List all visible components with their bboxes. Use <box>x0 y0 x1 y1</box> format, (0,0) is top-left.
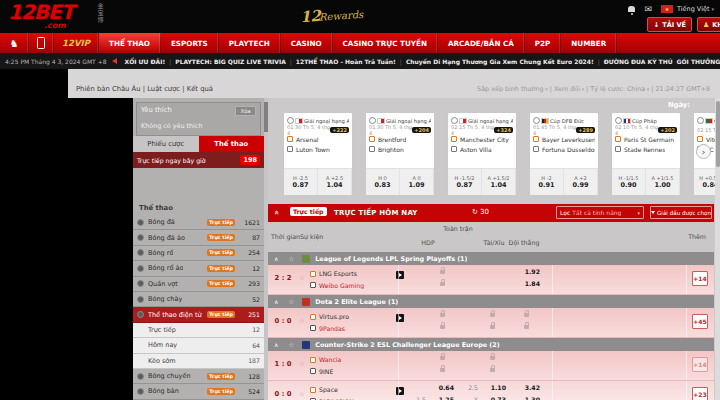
nav-item-p2p[interactable]: P2P <box>525 33 562 53</box>
ticker-promo-right[interactable]: GÓI THƯỞNG GIỜ VÀNG RA MẮT VỚI GẤP ĐÔI U <box>677 58 720 65</box>
feature-filter-dropdown[interactable]: Lọc Tất cả tính năng ▾ <box>556 206 644 219</box>
more-markets-button[interactable]: +23 <box>692 387 708 400</box>
language-selector[interactable]: Tiếng Việt <box>677 5 710 13</box>
ticker-item[interactable]: 12THỂ THAO - Hoàn Trả Tuần! <box>296 58 396 65</box>
chevron-up-icon[interactable]: ∧ <box>274 255 278 262</box>
mobile-icon[interactable] <box>29 33 54 53</box>
nav-item-esports[interactable]: ESPORTS <box>161 33 219 53</box>
promo-button[interactable]: ♟ KHU <box>697 17 720 32</box>
tab-betslip[interactable]: Phiếu cược <box>133 136 199 152</box>
match-row[interactable]: 0 : 0☆SpacePARIVISION-1.50.641.252.5X1.1… <box>268 381 714 400</box>
extra-markets-badge[interactable]: +204 <box>412 127 431 133</box>
match-card[interactable]: Giải ngoại hạng Anh01:30 Th 5, 4 thg 4+2… <box>365 112 435 196</box>
main-scrollbar[interactable] <box>715 98 720 400</box>
league-header[interactable]: ∧☆Dota 2 Elite League (1) <box>268 295 714 308</box>
match-card[interactable]: Cúp Pháp02:10 Th 5, 4 thg 4+202Paris St … <box>611 112 681 196</box>
ticker-item[interactable]: PLAYTECH: BIG QUIZ LIVE TRIVIA <box>175 58 286 65</box>
nav-item-the-thao[interactable]: THỂ THAO <box>99 33 161 53</box>
match-card[interactable]: Cúp DFB Đức01:45 Th 5, 4 thg 4+289Bayer … <box>529 112 599 196</box>
mail-icon[interactable]: ✉ <box>644 4 652 14</box>
nav-item-casino-truc-tuyen[interactable]: CASINO TRỰC TUYẾN <box>333 33 438 53</box>
odds-cell-home[interactable]: H 00.83 <box>366 169 400 195</box>
nav-item-playtech[interactable]: PLAYTECH <box>219 33 281 53</box>
more-markets-button[interactable]: +45 <box>692 314 708 329</box>
odds-cell-away[interactable]: A +20.99 <box>564 169 598 195</box>
rewards-logo[interactable]: 12Rewards <box>299 3 363 26</box>
odds-cell-away[interactable]: A +1.5/21.04 <box>482 169 516 195</box>
match-card[interactable]: Giải ngoại hạng Anh01:30 Th 5, 4 thg 4+2… <box>283 112 353 196</box>
refresh-countdown[interactable]: ↻ 30 <box>472 208 489 216</box>
mascot-icon[interactable]: ♞ <box>0 33 29 53</box>
odds-cell-home[interactable]: H -1.5/20.87 <box>448 169 482 195</box>
ticker-item[interactable]: XỔI ƯU ĐÃI! <box>125 58 166 65</box>
column-separator <box>686 308 687 337</box>
match-row[interactable]: 1 : 0☆Wancia9INE+14 <box>268 351 714 381</box>
star-icon[interactable]: ☆ <box>288 255 294 263</box>
nav-item-number[interactable]: NUMBER <box>561 33 617 53</box>
star-icon[interactable]: ☆ <box>299 360 305 368</box>
download-button[interactable]: ↓ TẢI VỀ <box>647 17 692 32</box>
bell-icon[interactable] <box>628 6 635 12</box>
ticker-item[interactable]: Chuyến Di Hạng Thương Gia Xem Chung Kết … <box>406 58 594 65</box>
odds-cell-away[interactable]: A +1/1.51.00 <box>646 169 680 195</box>
sidebar-item-hom-nay[interactable]: Hôm nay64 <box>133 338 264 353</box>
site-logo[interactable]: 12BET .com 金宝博 <box>8 0 118 33</box>
star-icon[interactable]: ☆ <box>299 390 305 398</box>
sidebar-item-bong-ro-ao[interactable]: Bóng rổ ảoTrực tiếp12 <box>133 261 264 276</box>
sidebar-item-truc-tiep[interactable]: Trực tiếp12 <box>133 323 264 338</box>
match-row[interactable]: 0 : 0☆Virtus.pro9Pandas+45 <box>268 308 714 338</box>
extra-markets-badge[interactable]: +202 <box>658 127 677 133</box>
sidebar-item-bong-chuyen[interactable]: Bóng chuyềnTrực tiếp128 <box>133 369 264 384</box>
star-icon[interactable]: ☆ <box>299 317 305 325</box>
display-controls: Sắp xếp bình thường ▾ | Xem đổi ▾ | Tỷ l… <box>477 85 710 93</box>
nav-item-casino[interactable]: CASINO <box>281 33 333 53</box>
control-ty-le-cuoc-china[interactable]: Tỷ lệ cược: China <box>590 85 645 93</box>
flag-icon[interactable]: ★ <box>661 5 673 13</box>
sidebar-item-quan-vot[interactable]: Quần vợtTrực tiếp293 <box>133 277 264 292</box>
link-ket-qua[interactable]: Kết quả <box>187 85 213 93</box>
league-header[interactable]: ∧☆League of Legends LPL Spring Playoffs … <box>268 252 714 265</box>
extra-markets-badge[interactable]: +222 <box>330 127 349 133</box>
team-name: Virtus.pro <box>319 313 349 320</box>
selected-leagues-button[interactable]: Giải đấu được chọn <box>650 206 712 219</box>
more-markets-button[interactable]: +14 <box>692 271 708 286</box>
sidebar-item-bong-ban[interactable]: Bóng bànTrực tiếp524 <box>133 384 264 399</box>
main-scrollbar-thumb[interactable] <box>716 101 720 167</box>
control-sap-xep-binh-thuong[interactable]: Sắp xếp bình thường <box>477 85 543 93</box>
star-icon[interactable]: ☆ <box>299 274 305 282</box>
nav-item-arcade-ban-ca[interactable]: ARCADE/BẮN CÁ <box>438 33 525 53</box>
link-luat-cuoc[interactable]: Luật cược <box>147 85 180 93</box>
extra-markets-badge[interactable]: +324 <box>494 127 513 133</box>
odds-value: 0.87 <box>292 181 308 189</box>
odds-cell-home[interactable]: H -1/1.50.90 <box>612 169 646 195</box>
sidebar-item-bong-a-ao[interactable]: Bóng đá ảoTrực tiếp87 <box>133 230 264 245</box>
live-now-row[interactable]: Trực tiếp ngay bây giờ 198 <box>133 152 264 168</box>
extra-markets-badge[interactable]: +289 <box>576 127 595 133</box>
nav-item-12vip[interactable]: 12VIP <box>54 33 99 53</box>
link-phien-ban-chau-au[interactable]: Phiên bản Châu Âu <box>76 85 141 93</box>
star-icon[interactable]: ☆ <box>288 298 294 306</box>
control-xem-oi[interactable]: Xem đổi <box>554 85 580 93</box>
chevron-up-icon[interactable]: ∧ <box>274 298 278 305</box>
sidebar-item-bong-chay[interactable]: Bóng chày52 <box>133 292 264 307</box>
match-card[interactable]: Giải ngoại hạng Anh02:15 Th 5, 4 thg 4+3… <box>447 112 517 196</box>
sidebar-item-keo-som[interactable]: Kèo sớm187 <box>133 354 264 369</box>
tab-sports[interactable]: Thể thao <box>199 136 265 152</box>
sidebar-item-the-thao-ien-tu[interactable]: Thể thao điện tửTrực tiếp251 <box>133 307 264 322</box>
sidebar-item-bong-ro[interactable]: Bóng rổTrực tiếp254 <box>133 246 264 261</box>
cards-next-button[interactable]: › <box>696 144 711 159</box>
ticker-item[interactable]: ĐƯỜNG ĐUA KỲ THÚ <box>604 58 673 65</box>
odds-cell-home[interactable]: H -20.91 <box>530 169 564 195</box>
sidebar-item-bong-a[interactable]: Bóng đáTrực tiếp1621 <box>133 215 264 230</box>
odds-cell-away[interactable]: A 01.09 <box>400 169 434 195</box>
match-row[interactable]: 2 : 2☆LNG EsportsWeibo Gaming1.921.84+14 <box>268 265 714 295</box>
odds-cell-home[interactable]: H -2.50.87 <box>284 169 318 195</box>
odds-cell-away[interactable]: A +2.51.04 <box>318 169 352 195</box>
chevron-up-icon[interactable]: ∧ <box>274 341 278 348</box>
clear-favorites-button[interactable]: Xóa <box>235 106 256 116</box>
more-markets-button[interactable]: +14 <box>692 357 708 372</box>
collapse-icon[interactable]: « <box>272 210 281 215</box>
league-header[interactable]: ∧☆Counter-Strike 2 ESL Challenger League… <box>268 338 714 351</box>
star-icon[interactable]: ☆ <box>288 341 294 349</box>
match-teams: LNG EsportsWeibo Gaming <box>310 268 394 291</box>
